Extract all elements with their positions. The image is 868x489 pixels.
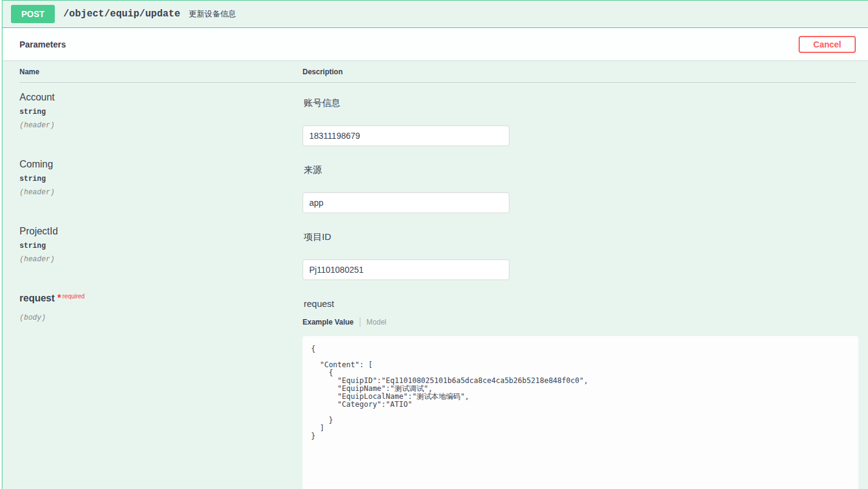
request-name: request	[19, 293, 55, 303]
endpoint-description: 更新设备信息	[189, 9, 236, 19]
param-coming-description-cell: 来源	[303, 158, 856, 213]
tab-example-value[interactable]: Example Value	[303, 318, 354, 326]
param-name: request *required	[19, 292, 303, 305]
param-type: string	[19, 175, 303, 183]
coming-input[interactable]	[303, 192, 509, 213]
param-name: ProjectId	[19, 225, 303, 237]
param-coming-meta: Coming string (header)	[19, 158, 303, 213]
table-row-coming: Coming string (header) 来源	[19, 150, 856, 217]
table-row-account: Account string (header) 账号信息	[19, 83, 856, 150]
endpoint-path: /object/equip/update	[63, 9, 180, 19]
param-location: (body)	[19, 314, 303, 322]
opblock-post: POST /object/equip/update 更新设备信息 Paramet…	[2, 0, 868, 489]
param-account-description-cell: 账号信息	[303, 91, 856, 146]
parameters-title: Parameters	[19, 40, 66, 49]
param-location: (header)	[19, 188, 303, 197]
parameters-header: Parameters Cancel	[2, 28, 868, 60]
example-model-tabs: Example Value Model	[303, 317, 858, 328]
table-row-projectid: ProjectId string (header) 项目ID	[19, 217, 856, 284]
method-badge: POST	[11, 5, 55, 23]
param-location: (header)	[19, 255, 303, 264]
required-label: required	[61, 293, 85, 300]
param-type: string	[19, 242, 303, 250]
projectid-input[interactable]	[303, 259, 509, 280]
param-name: Coming	[19, 158, 303, 170]
cancel-button[interactable]: Cancel	[799, 36, 856, 53]
param-request-description-cell: request Example Value Model { "Content":…	[303, 292, 858, 489]
param-location: (header)	[19, 121, 303, 130]
tab-divider	[360, 317, 360, 327]
param-name: Account	[19, 91, 303, 103]
param-request-meta: request *required (body)	[19, 292, 303, 489]
column-header-description: Description	[303, 60, 856, 83]
param-description: 项目ID	[303, 231, 856, 242]
param-type: string	[19, 108, 303, 116]
param-description: 来源	[303, 164, 856, 175]
param-projectid-description-cell: 项目ID	[303, 225, 856, 280]
parameters-table: Name Description Account string (header)…	[2, 60, 868, 489]
param-account-meta: Account string (header)	[19, 91, 303, 146]
account-input[interactable]	[303, 125, 509, 146]
column-header-name: Name	[19, 60, 303, 83]
endpoint-summary[interactable]: POST /object/equip/update 更新设备信息	[2, 1, 868, 28]
param-description: 账号信息	[303, 97, 856, 108]
param-description: request	[303, 298, 858, 309]
example-value-json[interactable]: { "Content": [ { "EquipID":"Eq1101080251…	[303, 336, 858, 489]
table-header-row: Name Description	[19, 60, 856, 83]
table-row-request: request *required (body) request Example…	[19, 284, 856, 489]
tab-model[interactable]: Model	[366, 318, 387, 326]
param-projectid-meta: ProjectId string (header)	[19, 225, 303, 280]
